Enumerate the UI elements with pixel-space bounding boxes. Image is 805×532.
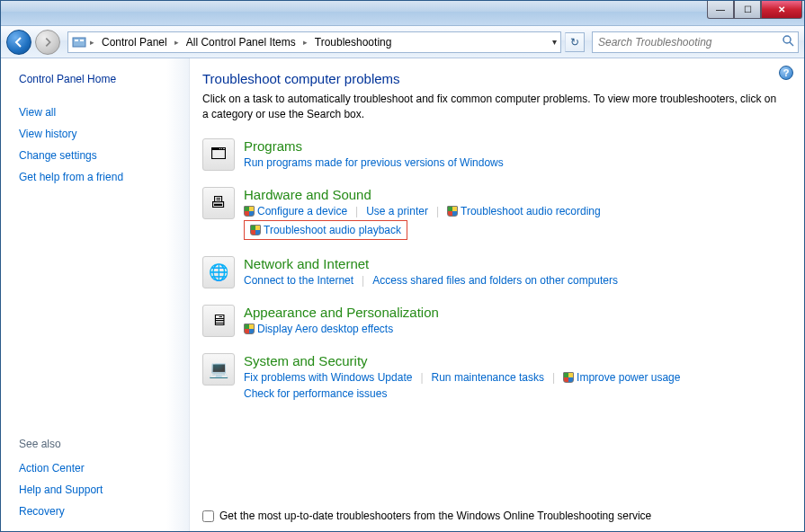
task-label: Access shared files and folders on other… (372, 274, 618, 287)
see-also-label: See also (19, 438, 178, 450)
category-icon: 🖶 (202, 187, 235, 219)
control-panel-home-link[interactable]: Control Panel Home (19, 73, 178, 85)
category-icon: 💻 (202, 353, 235, 386)
online-troubleshooters-checkbox[interactable] (202, 510, 214, 522)
category-title[interactable]: Hardware and Sound (244, 187, 783, 202)
task-link[interactable]: Use a printer (366, 204, 428, 218)
task-link[interactable]: Connect to the Internet (244, 273, 353, 288)
category-body: Network and InternetConnect to the Inter… (244, 256, 783, 288)
shield-icon (447, 206, 458, 217)
footer-checkbox-label: Get the most up-to-date troubleshooters … (219, 510, 651, 522)
task-list: Connect to the Internet|Access shared fi… (244, 273, 783, 288)
task-label: Run maintenance tasks (432, 371, 544, 384)
sidebar-link-change-settings[interactable]: Change settings (19, 149, 178, 162)
task-link[interactable]: Improve power usage (563, 370, 680, 385)
task-label: Run programs made for previous versions … (244, 156, 504, 169)
sidebar-link-view-all[interactable]: View all (19, 106, 178, 119)
task-list: Display Aero desktop effects (244, 322, 783, 336)
category-body: Appearance and PersonalizationDisplay Ae… (244, 305, 783, 337)
category-body: Hardware and SoundConfigure a device|Use… (244, 187, 783, 240)
address-dropdown[interactable]: ▾ (552, 37, 557, 47)
task-label: Check for performance issues (244, 387, 387, 400)
task-separator: | (355, 205, 358, 217)
task-label: Troubleshoot audio recording (461, 205, 601, 217)
shield-icon (244, 206, 255, 217)
task-label: Use a printer (366, 205, 428, 217)
back-button[interactable] (6, 30, 31, 55)
shield-icon (244, 324, 255, 334)
shield-icon (563, 372, 574, 383)
task-link[interactable]: Configure a device (244, 204, 347, 218)
svg-rect-2 (80, 40, 84, 41)
svg-rect-1 (75, 40, 78, 41)
main-content: ? Troubleshoot computer problems Click o… (190, 58, 804, 531)
category: 💻System and SecurityFix problems with Wi… (202, 353, 783, 401)
close-button[interactable]: ✕ (761, 1, 802, 19)
chevron-right-icon[interactable]: ▸ (301, 38, 309, 47)
task-label: Troubleshoot audio playback (264, 224, 401, 236)
task-link[interactable]: Troubleshoot audio recording (447, 204, 601, 218)
task-separator: | (420, 371, 423, 384)
breadcrumb-troubleshooting[interactable]: Troubleshooting (311, 36, 396, 49)
task-link[interactable]: Troubleshoot audio playback (250, 223, 401, 237)
forward-button[interactable] (35, 30, 60, 55)
task-separator: | (552, 371, 555, 384)
task-link[interactable]: Run programs made for previous versions … (244, 155, 504, 170)
search-box[interactable] (592, 31, 799, 53)
svg-rect-0 (73, 38, 85, 47)
category: 🖶Hardware and SoundConfigure a device|Us… (202, 187, 783, 240)
category-icon: 🗔 (202, 138, 235, 171)
task-link[interactable]: Run maintenance tasks (432, 370, 544, 385)
task-label: Improve power usage (577, 371, 680, 384)
task-label: Display Aero desktop effects (257, 323, 393, 335)
task-list: Fix problems with Windows Update|Run mai… (244, 370, 783, 401)
content-body: Control Panel Home View all View history… (1, 58, 804, 531)
category: 🗔ProgramsRun programs made for previous … (202, 138, 783, 171)
sidebar-link-view-history[interactable]: View history (19, 128, 178, 140)
sidebar-link-get-help[interactable]: Get help from a friend (19, 171, 178, 183)
category-title[interactable]: Appearance and Personalization (244, 305, 783, 320)
window-frame: — ☐ ✕ ▸ Control Panel ▸ All Control Pane… (0, 0, 805, 532)
task-link[interactable]: Display Aero desktop effects (244, 322, 393, 336)
task-label: Fix problems with Windows Update (244, 371, 412, 384)
chevron-right-icon[interactable]: ▸ (88, 38, 96, 47)
address-bar[interactable]: ▸ Control Panel ▸ All Control Panel Item… (67, 31, 561, 53)
task-list: Run programs made for previous versions … (244, 155, 783, 170)
sidebar: Control Panel Home View all View history… (1, 58, 190, 531)
see-also-help-support[interactable]: Help and Support (19, 483, 178, 496)
category: 🖥Appearance and PersonalizationDisplay A… (202, 305, 783, 337)
task-label: Connect to the Internet (244, 274, 353, 287)
shield-icon (250, 225, 261, 235)
see-also-recovery[interactable]: Recovery (19, 505, 178, 518)
window-controls: — ☐ ✕ (707, 1, 802, 19)
control-panel-icon (72, 35, 86, 49)
category-title[interactable]: Network and Internet (244, 256, 783, 271)
titlebar[interactable]: — ☐ ✕ (1, 1, 804, 26)
breadcrumb-all-items[interactable]: All Control Panel Items (183, 36, 300, 49)
search-input[interactable] (598, 36, 792, 49)
category: 🌐Network and InternetConnect to the Inte… (202, 256, 783, 288)
task-link[interactable]: Access shared files and folders on other… (372, 273, 618, 288)
task-list: Configure a device|Use a printer|Trouble… (244, 204, 783, 240)
breadcrumb-control-panel[interactable]: Control Panel (98, 36, 171, 49)
svg-line-4 (790, 42, 793, 46)
category-title[interactable]: Programs (244, 138, 783, 154)
category-body: System and SecurityFix problems with Win… (244, 353, 783, 401)
svg-point-3 (783, 36, 791, 43)
task-link[interactable]: Check for performance issues (244, 386, 387, 401)
task-label: Configure a device (257, 205, 347, 217)
search-icon[interactable] (782, 34, 794, 49)
refresh-button[interactable]: ↻ (565, 32, 585, 52)
chevron-right-icon[interactable]: ▸ (173, 38, 181, 47)
task-link[interactable]: Fix problems with Windows Update (244, 370, 412, 385)
help-icon[interactable]: ? (779, 66, 793, 80)
task-separator: | (436, 205, 439, 217)
category-title[interactable]: System and Security (244, 353, 783, 368)
minimize-button[interactable]: — (707, 1, 734, 19)
see-also-action-center[interactable]: Action Center (19, 462, 178, 474)
category-icon: 🖥 (202, 305, 235, 337)
maximize-button[interactable]: ☐ (734, 1, 761, 19)
category-body: ProgramsRun programs made for previous v… (244, 138, 783, 171)
highlighted-task: Troubleshoot audio playback (244, 220, 407, 240)
footer-checkbox-row: Get the most up-to-date troubleshooters … (202, 510, 651, 522)
